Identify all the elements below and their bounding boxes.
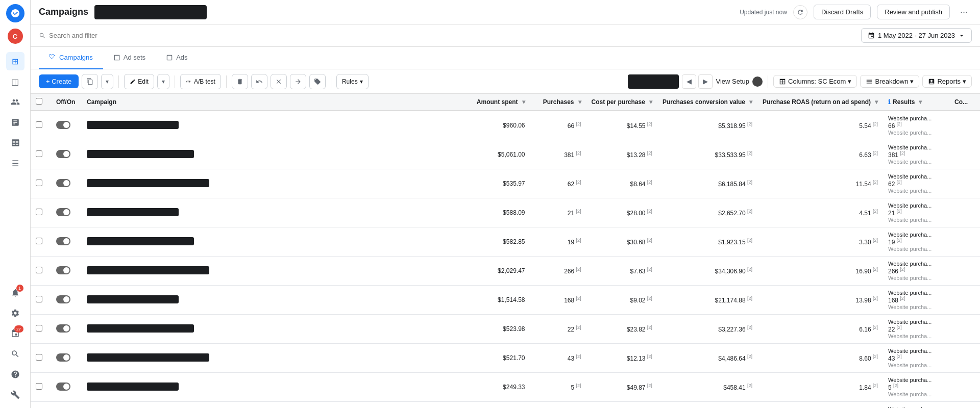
row-toggle[interactable] — [51, 198, 82, 227]
th-results[interactable]: ℹ Results ▾ — [883, 94, 949, 111]
row-campaign-name — [82, 257, 459, 286]
row-toggle[interactable] — [51, 227, 82, 257]
magnify-icon[interactable] — [6, 345, 24, 363]
campaigns-table-container: Off/On Campaign Amount spent ▾ — [31, 94, 980, 408]
sidebar-item-table[interactable] — [6, 134, 24, 152]
undo-icon — [256, 78, 263, 85]
row-checkbox[interactable] — [31, 286, 51, 315]
search-input[interactable] — [49, 32, 855, 39]
row-results: Website purcha... 266 [2] Website purcha… — [883, 257, 949, 286]
delete-button[interactable] — [271, 74, 287, 89]
row-toggle[interactable] — [51, 315, 82, 344]
calendar-icon[interactable]: 27 — [6, 324, 24, 343]
sidebar-item-menu[interactable]: ☰ — [6, 154, 24, 172]
row-amount-spent: $249.33 — [459, 373, 530, 402]
edit-button[interactable]: Edit — [124, 74, 154, 89]
th-cost-per-purchase[interactable]: Cost per purchase ▾ — [586, 94, 657, 111]
row-checkbox[interactable] — [31, 315, 51, 344]
row-roas: 6.16 [2] — [757, 315, 883, 344]
create-button[interactable]: + Create — [39, 74, 79, 88]
update-status: Updated just now — [740, 9, 787, 16]
row-toggle[interactable] — [51, 286, 82, 315]
toolbar-separator-3 — [226, 75, 227, 88]
th-offon[interactable]: Off/On — [51, 94, 82, 111]
th-campaign[interactable]: Campaign — [82, 94, 459, 111]
rules-button[interactable]: Rules ▾ — [336, 74, 369, 89]
sidebar-item-grid[interactable]: ⊞ — [6, 52, 24, 70]
table-row: $582.85 19 [2] $30.68 [2] $1,923.15 [2] … — [31, 227, 980, 257]
tag-button[interactable] — [309, 74, 326, 89]
row-checkbox[interactable] — [31, 169, 51, 198]
row-co — [949, 140, 980, 169]
help-icon[interactable] — [6, 365, 24, 384]
discard-drafts-button[interactable]: Discard Drafts — [814, 5, 871, 19]
th-amount-spent[interactable]: Amount spent ▾ — [459, 94, 530, 111]
row-checkbox[interactable] — [31, 111, 51, 140]
tab-ads[interactable]: Ads — [156, 47, 198, 69]
row-toggle[interactable] — [51, 111, 82, 140]
settings-icon[interactable] — [6, 304, 24, 322]
edit-dropdown-button[interactable]: ▾ — [157, 74, 169, 89]
row-toggle[interactable] — [51, 402, 82, 409]
columns-chevron: ▾ — [848, 78, 851, 85]
row-checkbox[interactable] — [31, 227, 51, 257]
row-amount-spent: $960.06 — [459, 111, 530, 140]
review-publish-button[interactable]: Review and publish — [877, 5, 950, 19]
row-campaign-name — [82, 344, 459, 373]
sidebar-item-chart[interactable] — [6, 113, 24, 132]
date-range-button[interactable]: 1 May 2022 - 27 Jun 2023 — [861, 28, 972, 43]
row-toggle[interactable] — [51, 257, 82, 286]
row-checkbox[interactable] — [31, 344, 51, 373]
table-row: $5,061.00 381 [2] $13.28 [2] $33,533.95 … — [31, 140, 980, 169]
row-checkbox[interactable] — [31, 198, 51, 227]
tab-campaigns[interactable]: Campaigns — [39, 47, 103, 69]
undo-button[interactable] — [251, 74, 267, 89]
row-purchases: 381 [2] — [530, 140, 586, 169]
campaigns-icon — [49, 54, 56, 61]
th-conv-value[interactable]: Purchases conversion value ▾ — [657, 94, 757, 111]
columns-button[interactable]: Columns: SC Ecom ▾ — [773, 75, 857, 88]
row-checkbox[interactable] — [31, 373, 51, 402]
table-row: $249.33 5 [2] $49.87 [2] $458.41 [2] 1.8… — [31, 373, 980, 402]
next-page-button[interactable]: ▶ — [698, 74, 713, 89]
refresh-button[interactable] — [793, 5, 807, 19]
th-checkbox — [31, 94, 51, 111]
prev-page-button[interactable]: ◀ — [682, 74, 696, 89]
row-checkbox[interactable] — [31, 402, 51, 409]
row-toggle[interactable] — [51, 169, 82, 198]
user-avatar[interactable]: C — [8, 29, 23, 44]
wrench-icon[interactable] — [6, 386, 24, 404]
sidebar: C ⊞ ◫ ☰ 1 27 — [0, 0, 31, 408]
more-options-button[interactable]: ··· — [956, 5, 972, 19]
th-roas[interactable]: Purchase ROAS (return on ad spend) ▾ — [757, 94, 883, 111]
sidebar-item-people[interactable] — [6, 93, 24, 111]
breakdown-button[interactable]: Breakdown ▾ — [860, 75, 919, 88]
edit-icon — [130, 79, 136, 85]
row-toggle[interactable] — [51, 140, 82, 169]
sidebar-item-layers[interactable]: ◫ — [6, 72, 24, 91]
row-co — [949, 198, 980, 227]
row-toggle[interactable] — [51, 344, 82, 373]
duplicate-dropdown-button[interactable]: ▾ — [101, 74, 113, 89]
select-all-checkbox[interactable] — [36, 98, 42, 105]
row-toggle[interactable] — [51, 373, 82, 402]
trash-button[interactable] — [232, 74, 248, 89]
row-results: Website purcha... 62 [2] Website purcha.… — [883, 169, 949, 198]
row-checkbox[interactable] — [31, 140, 51, 169]
reports-button[interactable]: Reports ▾ — [922, 75, 972, 88]
duplicate-button[interactable] — [82, 74, 98, 89]
breakdown-icon — [866, 78, 873, 85]
view-setup-button[interactable]: View Setup — [716, 76, 763, 87]
table-row: $960.06 66 [2] $14.55 [2] $5,318.95 [2] … — [31, 111, 980, 140]
row-checkbox[interactable] — [31, 257, 51, 286]
row-purchases: 22 [2] — [530, 315, 586, 344]
tab-adsets[interactable]: Ad sets — [103, 47, 156, 69]
filterbar: 1 May 2022 - 27 Jun 2023 — [31, 24, 980, 47]
tabbar: Campaigns Ad sets Ads — [31, 47, 980, 69]
alert-icon[interactable]: 1 — [6, 284, 24, 302]
forward-button[interactable] — [290, 74, 306, 89]
row-conv-value: $33,533.95 [2] — [657, 140, 757, 169]
th-co[interactable]: Co... — [949, 94, 980, 111]
ab-test-button[interactable]: A/B test — [180, 74, 221, 89]
th-purchases[interactable]: Purchases ▾ — [530, 94, 586, 111]
